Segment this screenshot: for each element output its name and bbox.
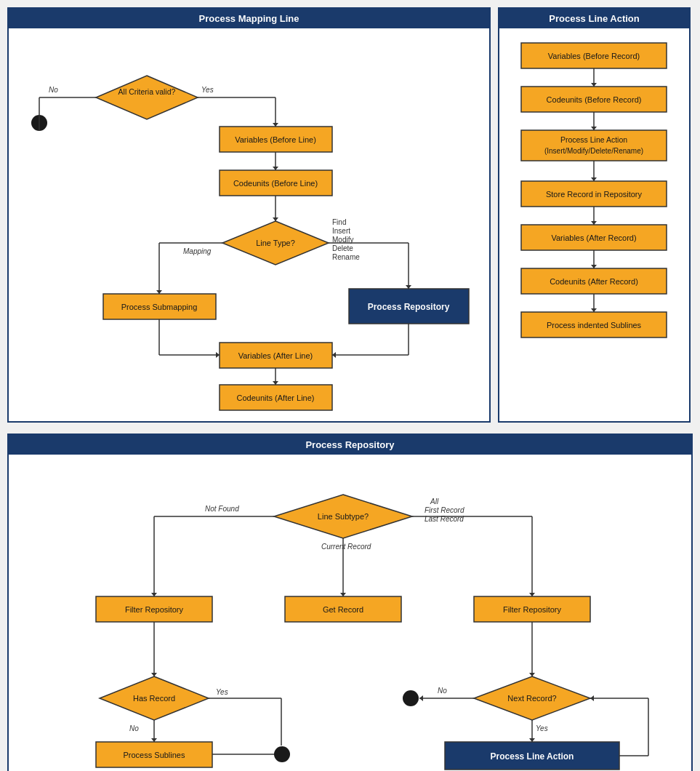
next-record-diamond	[474, 676, 590, 720]
process-line-action-blue-rect	[445, 742, 619, 770]
svg-marker-77	[151, 673, 157, 676]
process-indented-sublines-rect	[521, 312, 667, 337]
codeunits-before-line-rect	[220, 170, 332, 196]
svg-text:First Record: First Record	[425, 506, 464, 514]
variables-after-record-rect	[521, 225, 667, 250]
line-type-diamond	[222, 221, 329, 265]
svg-text:Not Found: Not Found	[205, 505, 239, 513]
svg-text:Rename: Rename	[332, 253, 360, 261]
has-record-diamond	[100, 676, 209, 720]
svg-text:Codeunits (After Record): Codeunits (After Record)	[550, 277, 638, 286]
svg-text:All: All	[430, 498, 439, 506]
variables-after-line-rect	[220, 343, 332, 368]
svg-text:Has Record: Has Record	[133, 694, 175, 703]
process-repository-svg: Line Subtype? Not Found Current Record A…	[9, 455, 692, 771]
svg-text:Current Record: Current Record	[321, 543, 371, 551]
svg-text:Insert: Insert	[332, 227, 350, 235]
svg-text:Variables (Before Line): Variables (Before Line)	[235, 135, 316, 144]
svg-marker-58	[591, 308, 597, 312]
svg-text:Find: Find	[332, 218, 346, 226]
process-mapping-line-diagram: Process Mapping Line All Criteria valid?…	[7, 7, 491, 423]
svg-marker-54	[591, 221, 597, 225]
no-circle-node	[403, 690, 419, 706]
svg-text:Process Line Action: Process Line Action	[491, 751, 574, 762]
codeunits-before-record-rect	[521, 87, 667, 112]
svg-text:Codeunits (Before Line): Codeunits (Before Line)	[233, 179, 318, 188]
codeunits-after-line-rect	[220, 385, 332, 410]
svg-marker-92	[419, 695, 423, 701]
svg-text:(Insert/Modify/Delete/Rename): (Insert/Modify/Delete/Rename)	[544, 147, 643, 155]
svg-marker-84	[151, 738, 157, 742]
svg-marker-72	[529, 593, 535, 596]
variables-before-line-rect	[220, 127, 332, 152]
svg-marker-14	[273, 123, 278, 127]
svg-marker-36	[332, 352, 336, 358]
svg-text:Get Record: Get Record	[323, 605, 363, 614]
svg-marker-50	[591, 127, 597, 130]
start-circle-node	[31, 115, 47, 131]
codeunits-after-record-rect	[521, 268, 667, 294]
process-line-action-svg: Variables (Before Record) Codeunits (Bef…	[499, 28, 691, 385]
svg-text:Process Submapping: Process Submapping	[121, 303, 198, 311]
svg-text:Process Repository: Process Repository	[368, 302, 450, 312]
process-line-action-title: Process Line Action	[499, 9, 689, 28]
process-repository-rect	[349, 289, 469, 324]
svg-marker-18	[273, 217, 278, 221]
filter-repository-right-rect	[474, 596, 590, 622]
process-sublines-rect	[96, 742, 212, 767]
svg-marker-22	[156, 290, 162, 294]
svg-text:Line Type?: Line Type?	[256, 239, 295, 247]
svg-text:Yes: Yes	[536, 724, 548, 732]
svg-text:Process Sublines: Process Sublines	[124, 751, 185, 759]
svg-text:Line Subtype?: Line Subtype?	[318, 512, 369, 521]
svg-marker-16	[273, 167, 278, 170]
svg-text:Process indented Sublines: Process indented Sublines	[547, 321, 642, 329]
all-criteria-diamond	[96, 76, 198, 119]
process-repository-title: Process Repository	[9, 435, 691, 455]
line-subtype-diamond	[274, 495, 412, 538]
process-mapping-line-svg: All Criteria valid? Variables (Before Li…	[9, 28, 491, 421]
svg-text:Filter Repository: Filter Repository	[125, 605, 184, 614]
svg-marker-63	[151, 593, 157, 596]
svg-marker-30	[406, 285, 411, 289]
process-line-action-diagram: Process Line Action Variables (Before Re…	[498, 7, 691, 423]
svg-text:Filter Repository: Filter Repository	[503, 605, 562, 614]
svg-text:Yes: Yes	[216, 688, 228, 696]
svg-text:No: No	[129, 724, 139, 732]
svg-text:Yes: Yes	[201, 86, 214, 94]
end-circle-left	[274, 746, 290, 762]
svg-text:No: No	[438, 687, 447, 695]
main-container: Process Mapping Line All Criteria valid?…	[0, 0, 700, 771]
svg-text:No: No	[49, 86, 58, 94]
svg-text:Variables (After Record): Variables (After Record)	[551, 233, 636, 242]
svg-text:Codeunits (Before Record): Codeunits (Before Record)	[547, 95, 642, 104]
process-line-action-rect	[521, 130, 667, 161]
top-row: Process Mapping Line All Criteria valid?…	[7, 7, 693, 423]
process-submapping-rect	[103, 294, 216, 319]
get-record-rect	[285, 596, 401, 622]
svg-marker-66	[340, 593, 346, 596]
svg-text:Last Record: Last Record	[425, 515, 464, 523]
svg-marker-33	[216, 352, 220, 358]
svg-text:Codeunits (After Line): Codeunits (After Line)	[237, 394, 315, 402]
svg-text:Variables (After Line): Variables (After Line)	[238, 351, 313, 360]
svg-text:Mapping: Mapping	[183, 247, 212, 255]
svg-marker-52	[591, 177, 597, 181]
filter-repository-left-rect	[96, 596, 212, 622]
svg-text:Process Line Action: Process Line Action	[560, 135, 627, 144]
process-repository-diagram: Process Repository Line Subtype? Not Fou…	[7, 434, 693, 771]
svg-marker-100	[590, 695, 594, 701]
svg-marker-88	[529, 673, 535, 676]
svg-text:Modify: Modify	[332, 236, 353, 244]
svg-text:Delete: Delete	[332, 244, 353, 252]
svg-marker-56	[591, 265, 597, 268]
svg-marker-38	[273, 381, 278, 385]
process-mapping-line-title: Process Mapping Line	[9, 9, 489, 28]
svg-marker-48	[591, 83, 597, 87]
svg-marker-95	[529, 738, 535, 742]
svg-text:Variables (Before Record): Variables (Before Record)	[548, 52, 640, 60]
svg-text:Store Record in Repository: Store Record in Repository	[546, 190, 643, 199]
svg-text:Next Record?: Next Record?	[507, 694, 556, 703]
store-record-rect	[521, 181, 667, 207]
variables-before-record-rect	[521, 43, 667, 68]
